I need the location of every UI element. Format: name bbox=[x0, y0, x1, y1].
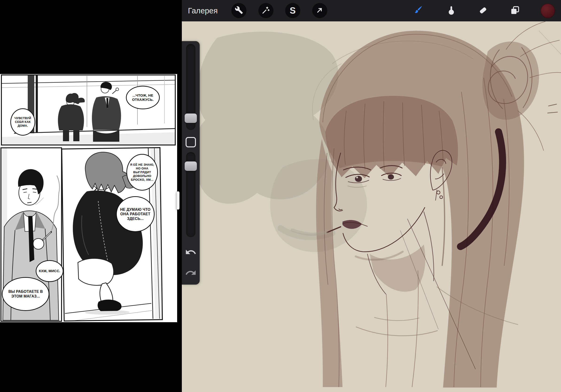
split-view-handle[interactable] bbox=[177, 191, 180, 210]
wrench-icon bbox=[235, 6, 243, 15]
color-swatch[interactable] bbox=[540, 3, 555, 18]
brush-tool-button[interactable] bbox=[411, 4, 424, 18]
layers-button[interactable] bbox=[508, 4, 522, 18]
drawing-canvas[interactable] bbox=[182, 22, 561, 392]
speech-bubble: Я ЕЁ НЕ ЗНАЮ, НО ОНА ВЫГЛЯДИТ ДОВОЛЬНО Б… bbox=[126, 154, 158, 191]
redo-icon bbox=[185, 267, 197, 280]
selection-s-icon: S bbox=[290, 6, 296, 15]
speech-bubble: КХМ, МИСС. bbox=[36, 260, 64, 282]
undo-icon bbox=[185, 246, 197, 259]
sketch-artwork bbox=[182, 22, 561, 392]
speech-bubble: ВЫ РАБОТАЕТЕ В ЭТОМ МАГАЗ... bbox=[2, 277, 49, 311]
adjustments-button[interactable] bbox=[259, 3, 273, 18]
redo-button[interactable] bbox=[184, 267, 197, 280]
brush-icon bbox=[412, 5, 423, 17]
speech-bubble: ЧУВСТВУЙ СЕБЯ КАК ДОМА. bbox=[10, 108, 35, 136]
gallery-button[interactable]: Галерея bbox=[188, 0, 218, 22]
procreate-window: Галерея S bbox=[182, 0, 561, 392]
side-toolbar bbox=[182, 41, 200, 285]
adjustments-wand-icon bbox=[262, 6, 270, 15]
opacity-handle[interactable] bbox=[185, 162, 197, 171]
modify-button[interactable] bbox=[186, 137, 196, 147]
manga-reader-pane: ЧУВСТВУЙ СЕБЯ КАК ДОМА. ...ЧТОЖ, НЕ ОТКА… bbox=[0, 0, 182, 392]
procreate-topbar: Галерея S bbox=[182, 0, 561, 22]
manga-page: ЧУВСТВУЙ СЕБЯ КАК ДОМА. ...ЧТОЖ, НЕ ОТКА… bbox=[0, 74, 177, 322]
speech-bubble: ...ЧТОЖ, НЕ ОТКАЖУСЬ. bbox=[126, 86, 160, 109]
actions-button[interactable] bbox=[231, 3, 247, 18]
layers-icon bbox=[510, 5, 520, 16]
brush-size-handle[interactable] bbox=[185, 113, 197, 123]
transform-arrow-icon bbox=[315, 6, 324, 15]
smudge-tool-button[interactable] bbox=[445, 4, 458, 18]
smudge-icon bbox=[446, 5, 457, 16]
undo-button[interactable] bbox=[184, 246, 197, 259]
eraser-tool-button[interactable] bbox=[476, 4, 490, 18]
speech-bubble: НЕ ДУМАЮ ЧТО ОНА РАБОТАЕТ ЗДЕСЬ... bbox=[116, 196, 155, 232]
selection-button[interactable]: S bbox=[285, 3, 300, 18]
eraser-icon bbox=[478, 5, 488, 16]
transform-button[interactable] bbox=[312, 3, 327, 18]
